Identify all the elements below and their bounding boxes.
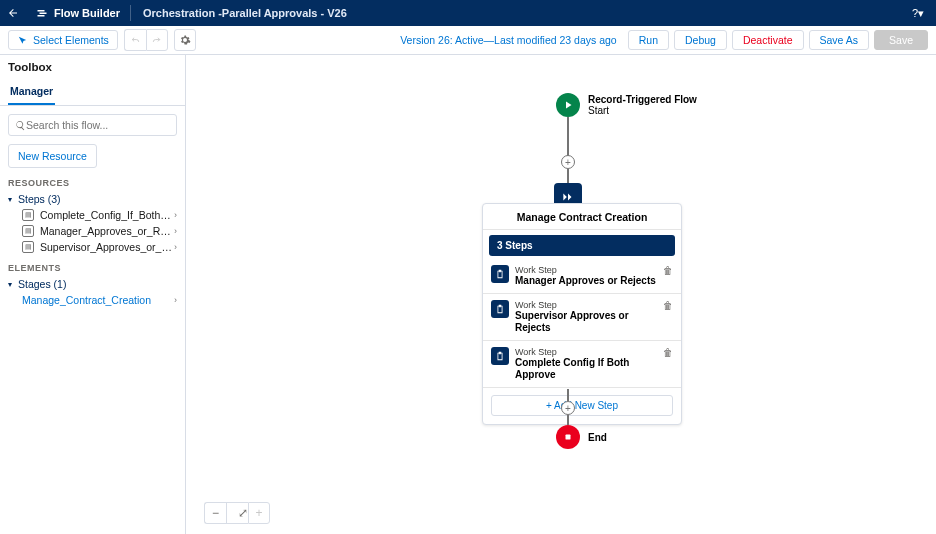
connector — [567, 389, 569, 401]
play-icon — [556, 93, 580, 117]
svg-rect-0 — [566, 435, 571, 440]
tab-manager[interactable]: Manager — [8, 79, 55, 105]
back-button[interactable] — [0, 7, 26, 19]
clipboard-icon — [491, 265, 509, 283]
elements-section: ELEMENTS — [8, 263, 177, 273]
delete-step-button[interactable]: 🗑 — [663, 347, 673, 358]
gear-icon — [179, 34, 191, 46]
save-as-button[interactable]: Save As — [809, 30, 870, 50]
select-elements-button[interactable]: Select Elements — [8, 30, 118, 50]
resources-section: RESOURCES — [8, 178, 177, 188]
clipboard-icon — [491, 347, 509, 365]
step-row[interactable]: Work StepComplete Config If Both Approve… — [483, 341, 681, 388]
connector — [567, 117, 569, 157]
stage-title: Manage Contract Creation — [483, 204, 681, 230]
step-row[interactable]: Work StepSupervisor Approves or Rejects … — [483, 294, 681, 341]
chevron-right-icon: › — [174, 210, 177, 220]
chevron-right-icon: › — [174, 295, 177, 305]
add-element-button[interactable]: + — [561, 155, 575, 169]
cursor-icon — [17, 35, 28, 46]
new-resource-button[interactable]: New Resource — [8, 144, 97, 168]
app-label: Flow Builder — [26, 7, 130, 19]
tree-step[interactable]: ▤Supervisor_Approves_or_Rejects› — [8, 241, 177, 253]
search-icon — [15, 120, 26, 131]
delete-step-button[interactable]: 🗑 — [663, 300, 673, 311]
start-node[interactable]: Record-Triggered FlowStart — [556, 93, 697, 117]
help-button[interactable]: ?▾ — [900, 7, 936, 20]
tree-steps[interactable]: ▾Steps (3) — [8, 193, 177, 205]
deactivate-button[interactable]: Deactivate — [732, 30, 804, 50]
page-title: Orchestration -Parallel Approvals - V26 — [131, 7, 359, 19]
version-status[interactable]: Version 26: Active—Last modified 23 days… — [400, 34, 623, 46]
save-button[interactable]: Save — [874, 30, 928, 50]
zoom-in-button[interactable]: + — [248, 502, 270, 524]
toolbox-heading: Toolbox — [8, 61, 177, 73]
debug-button[interactable]: Debug — [674, 30, 727, 50]
stage-card[interactable]: Manage Contract Creation 3 Steps Work St… — [482, 203, 682, 425]
fit-icon — [228, 508, 238, 518]
zoom-fit-button[interactable]: ⤢ — [226, 502, 248, 524]
chevron-down-icon: ▾ — [8, 195, 18, 204]
chevron-down-icon: ▾ — [8, 280, 18, 289]
resource-icon: ▤ — [22, 241, 34, 253]
chevron-right-icon: › — [174, 242, 177, 252]
zoom-out-button[interactable]: − — [204, 502, 226, 524]
run-button[interactable]: Run — [628, 30, 669, 50]
tree-stages[interactable]: ▾Stages (1) — [8, 278, 177, 290]
delete-step-button[interactable]: 🗑 — [663, 265, 673, 276]
steps-count-bar: 3 Steps — [489, 235, 675, 256]
clipboard-icon — [491, 300, 509, 318]
flow-icon — [36, 7, 48, 19]
settings-button[interactable] — [174, 29, 196, 51]
step-row[interactable]: Work StepManager Approves or Rejects 🗑 — [483, 259, 681, 294]
connector — [567, 415, 569, 425]
connector — [567, 169, 569, 183]
add-element-button[interactable]: + — [561, 401, 575, 415]
add-step-button[interactable]: + Add New Step — [491, 395, 673, 416]
resource-icon: ▤ — [22, 225, 34, 237]
resource-icon: ▤ — [22, 209, 34, 221]
search-input[interactable] — [8, 114, 177, 136]
redo-button[interactable] — [146, 29, 168, 51]
tree-stage[interactable]: Manage_Contract_Creation› — [8, 294, 177, 306]
tree-step[interactable]: ▤Manager_Approves_or_Rejects› — [8, 225, 177, 237]
tree-step[interactable]: ▤Complete_Config_If_Both_Approve› — [8, 209, 177, 221]
stop-icon — [556, 425, 580, 449]
chevron-right-icon: › — [174, 226, 177, 236]
end-node[interactable]: End — [556, 425, 607, 449]
undo-button[interactable] — [124, 29, 146, 51]
